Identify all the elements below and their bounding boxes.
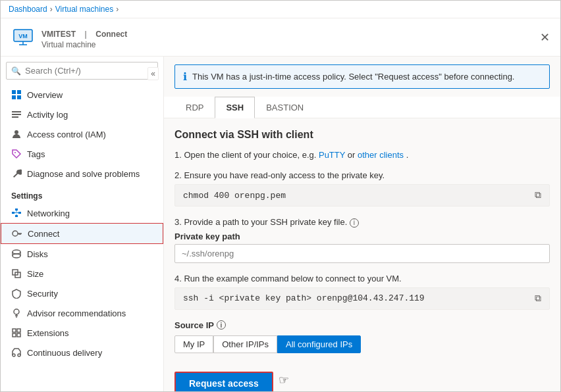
sidebar-item-activity-log-label: Activity log <box>27 110 68 120</box>
source-ip-info-icon[interactable]: i <box>217 320 226 330</box>
svg-rect-11 <box>12 116 18 118</box>
sidebar-item-security-label: Security <box>27 289 58 299</box>
sidebar-item-diagnose[interactable]: Diagnose and solve problems <box>1 164 163 184</box>
putty-link[interactable]: PuTTY <box>319 150 345 160</box>
wrench-icon <box>11 168 22 179</box>
breadcrumb: Dashboard › Virtual machines › <box>1 1 560 18</box>
sidebar-item-networking-label: Networking <box>27 208 70 218</box>
resize-icon <box>11 268 22 279</box>
svg-rect-37 <box>13 333 16 337</box>
svg-point-12 <box>14 130 18 134</box>
sidebar-item-tags[interactable]: Tags <box>1 144 163 164</box>
sidebar-item-access-control[interactable]: Access control (IAM) <box>1 124 163 144</box>
source-ip-section: Source IP i My IP Other IP/IPs All confi… <box>174 320 550 353</box>
body-layout: 🔍 « Overview Activity log <box>1 57 560 391</box>
search-container: 🔍 « <box>6 62 158 80</box>
sidebar-item-security[interactable]: Security <box>1 283 163 303</box>
svg-rect-8 <box>17 95 21 99</box>
svg-rect-16 <box>15 208 18 210</box>
sidebar-item-tags-label: Tags <box>27 149 45 159</box>
step4-command-text: ssh -i <private key path> orenpg@104.43.… <box>183 293 425 303</box>
breadcrumb-dashboard[interactable]: Dashboard <box>9 5 47 14</box>
step-4: 4. Run the example command below to conn… <box>174 274 550 310</box>
step4-command-block: ssh -i <private key path> orenpg@104.43.… <box>174 287 550 310</box>
copy-icon-step4[interactable]: ⧉ <box>535 293 541 304</box>
resource-type-label: Virtual machine <box>41 40 127 49</box>
sidebar-item-extensions-label: Extensions <box>27 328 69 338</box>
tag-icon <box>11 149 22 159</box>
sidebar-item-extensions[interactable]: Extensions <box>1 323 163 343</box>
sidebar-item-disks[interactable]: Disks <box>1 244 163 264</box>
grid-icon <box>11 89 22 100</box>
source-ip-label: Source IP i <box>174 320 550 330</box>
svg-point-13 <box>14 152 16 153</box>
sidebar-item-size-label: Size <box>27 269 43 279</box>
svg-point-25 <box>13 250 20 254</box>
disk-icon <box>11 249 22 259</box>
tab-bastion[interactable]: BASTION <box>255 97 315 118</box>
close-button[interactable]: ✕ <box>540 30 550 45</box>
private-key-input[interactable] <box>174 244 550 263</box>
main-content: ℹ This VM has a just-in-time access poli… <box>164 57 560 391</box>
shield-icon <box>11 288 22 299</box>
sidebar-item-access-control-label: Access control (IAM) <box>27 130 106 139</box>
copy-icon-step2[interactable]: ⧉ <box>535 190 541 201</box>
source-ip-radio-group: My IP Other IP/IPs All configured IPs <box>174 335 550 353</box>
radio-my-ip[interactable]: My IP <box>174 335 213 353</box>
sidebar-item-connect[interactable]: Connect <box>1 223 163 244</box>
lightbulb-icon <box>11 308 22 318</box>
sidebar: 🔍 « Overview Activity log <box>1 57 164 391</box>
sidebar-item-disks-label: Disks <box>27 249 48 259</box>
content-area: Connect via SSH with client 1. Open the … <box>164 118 560 391</box>
sidebar-item-continuous-delivery[interactable]: Continuous delivery <box>1 343 163 362</box>
sidebar-item-size[interactable]: Size <box>1 264 163 283</box>
sidebar-item-advisor-label: Advisor recommendations <box>27 308 126 318</box>
settings-section-label: Settings <box>1 184 163 203</box>
info-banner-text: This VM has a just-in-time access policy… <box>192 72 514 82</box>
cursor-icon: ☞ <box>279 373 289 387</box>
sidebar-item-overview[interactable]: Overview <box>1 85 163 105</box>
page-title: VMITEST | Connect <box>41 25 127 40</box>
breadcrumb-vms[interactable]: Virtual machines <box>55 5 114 14</box>
info-icon: ℹ <box>183 70 187 83</box>
person-icon <box>11 129 22 139</box>
sidebar-item-overview-label: Overview <box>27 90 63 100</box>
step-1: 1. Open the client of your choice, e.g. … <box>174 150 550 160</box>
svg-rect-6 <box>17 90 21 94</box>
puzzle-icon <box>11 328 22 338</box>
tab-bar: RDP SSH BASTION <box>164 97 560 118</box>
sidebar-item-networking[interactable]: Networking <box>1 203 163 223</box>
list-icon <box>11 109 22 120</box>
svg-rect-35 <box>13 329 16 332</box>
radio-other-ips[interactable]: Other IP/IPs <box>213 335 277 353</box>
svg-rect-14 <box>12 212 14 214</box>
svg-point-28 <box>13 254 20 258</box>
step2-command-text: chmod 400 orenpg.pem <box>183 191 286 201</box>
tab-rdp[interactable]: RDP <box>174 97 215 118</box>
svg-rect-5 <box>12 90 16 94</box>
step4-text: 4. Run the example command below to conn… <box>174 274 550 283</box>
svg-rect-9 <box>12 111 21 112</box>
step-3: 3. Provide a path to your SSH private ke… <box>174 217 550 263</box>
search-icon: 🔍 <box>11 66 21 76</box>
delivery-icon <box>11 347 22 358</box>
svg-rect-10 <box>12 114 21 115</box>
svg-text:VM: VM <box>18 33 28 39</box>
header-title-block: VMITEST | Connect Virtual machine <box>41 25 127 49</box>
key-icon <box>12 228 22 239</box>
collapse-sidebar-button[interactable]: « <box>147 67 159 80</box>
other-clients-link[interactable]: other clients <box>358 150 404 160</box>
info-banner: ℹ This VM has a just-in-time access poli… <box>174 64 550 89</box>
request-access-button[interactable]: Request access <box>174 372 273 392</box>
tab-ssh[interactable]: SSH <box>215 97 255 118</box>
main-window: Dashboard › Virtual machines › VM VMITES… <box>0 0 561 392</box>
request-btn-container: Request access ☞ <box>174 362 550 392</box>
svg-point-21 <box>13 231 18 236</box>
search-input[interactable] <box>6 62 158 80</box>
sidebar-item-activity-log[interactable]: Activity log <box>1 105 163 124</box>
svg-rect-38 <box>17 333 20 337</box>
sidebar-item-advisor[interactable]: Advisor recommendations <box>1 303 163 323</box>
radio-all-ips[interactable]: All configured IPs <box>277 335 361 353</box>
step-2: 2. Ensure you have read-only access to t… <box>174 170 550 207</box>
step3-info-icon[interactable]: i <box>350 218 359 228</box>
